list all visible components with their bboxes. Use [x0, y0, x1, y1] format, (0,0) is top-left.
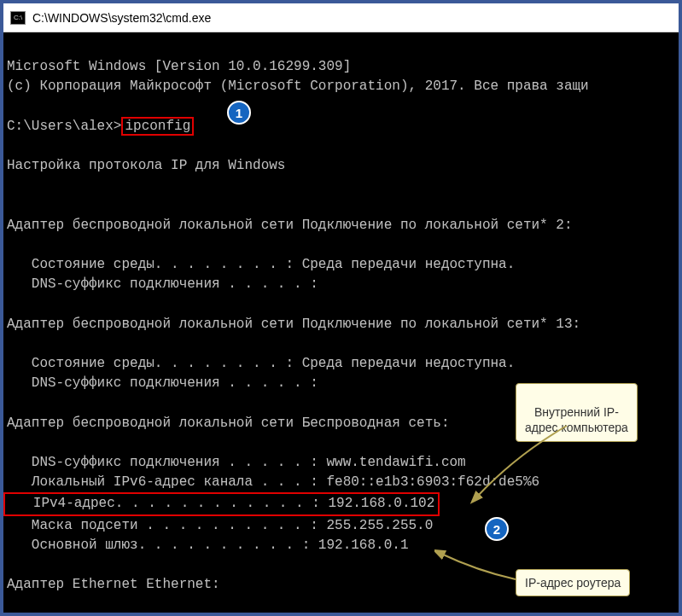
window-titlebar[interactable]: C:\ C:\WINDOWS\system32\cmd.exe: [3, 3, 679, 32]
annotation-router-ip: IP-адрес роутера: [516, 569, 630, 596]
adapter3-gw: Основной шлюз. . . . . . . . . . : 192.1…: [7, 538, 408, 553]
window-title: C:\WINDOWS\system32\cmd.exe: [32, 11, 211, 25]
callout-2: 2: [485, 517, 509, 541]
annotation-internal-ip: Внутренний IP- адрес компьютера: [516, 383, 638, 442]
adapter4-title: Адаптер Ethernet Ethernet:: [7, 577, 220, 592]
callout-1: 1: [227, 101, 251, 125]
adapter1-media: Состояние среды. . . . . . . . : Среда п…: [7, 257, 515, 272]
adapter1-title: Адаптер беспроводной локальной сети Подк…: [7, 218, 573, 233]
adapter3-ipv4-highlight: IPv4-адрес. . . . . . . . . . . . : 192.…: [3, 492, 440, 515]
adapter2-media: Состояние среды. . . . . . . . : Среда п…: [7, 356, 515, 371]
terminal-output[interactable]: Microsoft Windows [Version 10.0.16299.30…: [3, 32, 679, 613]
prompt: C:\Users\alex>: [7, 119, 121, 134]
ipconfig-heading: Настройка протокола IP для Windows: [7, 158, 285, 173]
adapter2-dns: DNS-суффикс подключения . . . . . :: [7, 375, 318, 391]
line-version: Microsoft Windows [Version 10.0.16299.30…: [7, 59, 351, 74]
command-ipconfig: ipconfig: [121, 117, 194, 136]
cmd-icon: C:\: [10, 11, 26, 25]
adapter3-ipv6: Локальный IPv6-адрес канала . . . : fe80…: [7, 474, 539, 490]
adapter2-title: Адаптер беспроводной локальной сети Подк…: [7, 317, 580, 332]
line-copyright: (c) Корпорация Майкрософт (Microsoft Cor…: [7, 78, 589, 94]
adapter1-dns: DNS-суффикс подключения . . . . . :: [7, 276, 318, 292]
adapter3-title: Адаптер беспроводной локальной сети Бесп…: [7, 416, 449, 431]
adapter3-dns: DNS-суффикс подключения . . . . . : www.…: [7, 455, 466, 470]
adapter3-mask: Маска подсети . . . . . . . . . . : 255.…: [7, 518, 433, 533]
cmd-window: C:\ C:\WINDOWS\system32\cmd.exe Microsof…: [3, 3, 679, 613]
